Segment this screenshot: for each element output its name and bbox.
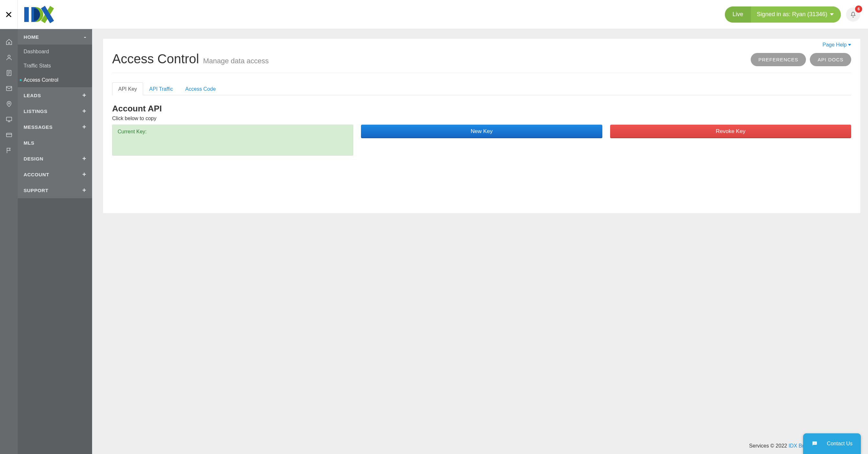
nav-header-label: MLS (24, 140, 34, 145)
app-header: Live Signed in as: Ryan (31346) 6 (0, 0, 868, 29)
nav-item-dashboard[interactable]: Dashboard (18, 44, 92, 59)
map-pin-icon (5, 100, 12, 107)
notification-badge: 6 (855, 5, 862, 12)
status-live-label: Live (733, 11, 743, 18)
rail-design[interactable] (0, 112, 18, 127)
current-key-label: Current Key: (118, 129, 147, 134)
svg-point-9 (815, 443, 816, 444)
rail-account[interactable] (0, 127, 18, 143)
nav-header-leads[interactable]: LEADS + (18, 88, 92, 103)
card-icon (5, 131, 12, 138)
nav-header-label: DESIGN (24, 156, 43, 161)
svg-point-4 (8, 103, 10, 104)
nav-toggle: + (83, 92, 86, 98)
brand-logo[interactable] (18, 6, 66, 23)
idx-logo-icon (24, 6, 66, 23)
rail-mls[interactable] (0, 96, 18, 112)
monitor-icon (5, 116, 12, 123)
contact-label: Contact Us (827, 441, 852, 447)
svg-rect-6 (6, 133, 12, 137)
revoke-key-button[interactable]: Revoke Key (610, 125, 851, 138)
nav-header-label: SUPPORT (24, 188, 49, 193)
nav-header-label: MESSAGES (24, 124, 53, 130)
svg-point-7 (814, 443, 814, 444)
section-title: Account API (112, 104, 851, 114)
nav-header-home[interactable]: HOME - (18, 29, 92, 44)
preferences-button[interactable]: PREFERENCES (751, 53, 806, 66)
nav-header-support[interactable]: SUPPORT + (18, 183, 92, 198)
tab-bar: API Key API Traffic Access Code (112, 82, 851, 95)
api-docs-button[interactable]: API DOCS (810, 53, 851, 66)
nav-toggle: + (83, 171, 86, 177)
chevron-down-icon (830, 13, 834, 15)
nav-header-label: ACCOUNT (24, 172, 49, 177)
page-help-label: Page Help (823, 42, 847, 48)
caret-down-icon (848, 44, 851, 46)
nav-section-home: HOME - Dashboard Traffic Stats Access Co… (18, 29, 92, 88)
footer-prefix: Services © 2022 (749, 443, 788, 449)
close-button[interactable] (0, 0, 18, 29)
svg-rect-3 (6, 87, 12, 91)
page-help-dropdown[interactable]: Page Help (823, 42, 851, 48)
svg-point-1 (8, 55, 10, 58)
icon-rail (0, 29, 18, 454)
notifications-button[interactable]: 6 (846, 7, 860, 22)
nav-header-label: LEADS (24, 93, 41, 98)
signed-in-dropdown[interactable]: Signed in as: Ryan (31346) (751, 6, 841, 23)
nav-toggle: + (83, 187, 86, 193)
main-content: Page Help Access Control Manage data acc… (92, 29, 868, 454)
nav-toggle: + (83, 108, 86, 114)
status-live-button[interactable]: Live (725, 6, 751, 23)
rail-messages[interactable] (0, 81, 18, 96)
nav-toggle: - (84, 34, 86, 40)
nav-toggle: + (83, 155, 86, 162)
rail-home[interactable] (0, 34, 18, 50)
section-hint: Click below to copy (112, 116, 851, 121)
tab-api-traffic[interactable]: API Traffic (143, 82, 179, 95)
current-key-box[interactable]: Current Key: (112, 125, 353, 156)
nav-header-label: HOME (24, 34, 39, 40)
nav-item-access-control[interactable]: Access Control (18, 73, 92, 87)
svg-rect-0 (24, 7, 29, 22)
tab-api-key[interactable]: API Key (112, 82, 143, 95)
home-icon (5, 38, 12, 45)
nav-header-messages[interactable]: MESSAGES + (18, 119, 92, 135)
sidebar-nav: HOME - Dashboard Traffic Stats Access Co… (18, 29, 92, 454)
nav-header-label: LISTINGS (24, 108, 48, 114)
chat-icon (811, 441, 818, 447)
nav-toggle: + (83, 124, 86, 130)
footer: Services © 2022 IDX Broker. All rights r… (92, 438, 868, 454)
tab-access-code[interactable]: Access Code (179, 82, 222, 95)
document-icon (5, 69, 12, 76)
flag-icon (5, 147, 12, 154)
rail-support[interactable] (0, 143, 18, 158)
svg-rect-5 (6, 117, 12, 121)
user-icon (5, 54, 12, 61)
nav-item-traffic-stats[interactable]: Traffic Stats (18, 59, 92, 73)
close-icon (5, 11, 12, 18)
nav-header-listings[interactable]: LISTINGS + (18, 103, 92, 119)
page-subtitle: Manage data access (203, 57, 269, 65)
signed-in-label: Signed in as: Ryan (31346) (757, 11, 827, 18)
account-status-pill: Live Signed in as: Ryan (31346) (725, 6, 841, 23)
rail-listings[interactable] (0, 65, 18, 81)
page-title: Access Control (112, 52, 199, 66)
new-key-button[interactable]: New Key (361, 125, 602, 138)
nav-header-account[interactable]: ACCOUNT + (18, 167, 92, 182)
rail-leads[interactable] (0, 50, 18, 65)
nav-header-mls[interactable]: MLS (18, 135, 92, 151)
bell-icon (850, 11, 856, 18)
mail-icon (5, 85, 12, 92)
nav-header-design[interactable]: DESIGN + (18, 151, 92, 166)
contact-us-widget[interactable]: Live chat: Contact Us (803, 433, 861, 454)
content-card: Page Help Access Control Manage data acc… (103, 39, 860, 213)
svg-point-8 (814, 443, 815, 444)
